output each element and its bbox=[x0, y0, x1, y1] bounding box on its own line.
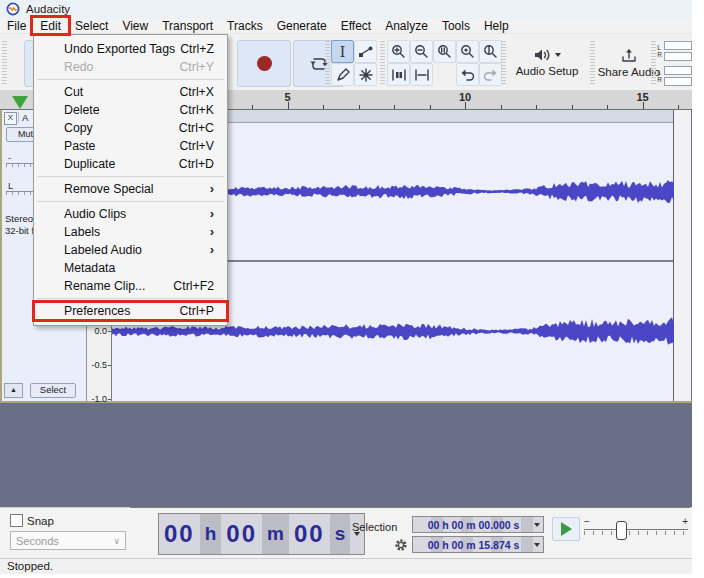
undo-button[interactable] bbox=[456, 63, 479, 86]
ruler-tick bbox=[678, 105, 679, 109]
menu-separator bbox=[37, 79, 224, 80]
snap-control[interactable]: Snap bbox=[10, 514, 54, 527]
menu-item-label: Undo Exported Tags bbox=[64, 42, 175, 56]
time-display-segment[interactable]: 00 bbox=[221, 514, 262, 554]
menu-item-label: Cut bbox=[64, 85, 83, 99]
toolbar-grip[interactable] bbox=[2, 41, 7, 84]
menubar-item-tracks[interactable]: Tracks bbox=[220, 18, 270, 33]
undo-icon bbox=[460, 68, 475, 81]
record-button[interactable] bbox=[237, 40, 291, 87]
multi-tool-button[interactable] bbox=[354, 63, 377, 86]
ruler-tick bbox=[501, 105, 502, 109]
menu-item-paste[interactable]: PasteCtrl+V bbox=[34, 137, 227, 155]
track-name[interactable]: A bbox=[18, 112, 28, 123]
menubar-item-edit[interactable]: Edit bbox=[33, 18, 68, 33]
menubar-item-help[interactable]: Help bbox=[477, 18, 516, 33]
menu-item-cut[interactable]: CutCtrl+X bbox=[34, 83, 227, 101]
recording-meter[interactable]: LR bbox=[655, 39, 692, 62]
vertical-scale-tick bbox=[108, 365, 111, 366]
time-display-segment[interactable]: m bbox=[262, 514, 289, 554]
menubar-item-analyze[interactable]: Analyze bbox=[378, 18, 435, 33]
menu-item-label: Preferences bbox=[64, 304, 130, 318]
envelope-tool-button[interactable] bbox=[354, 40, 377, 63]
zoom-fit-button[interactable] bbox=[456, 40, 479, 63]
toolbar-grip[interactable] bbox=[325, 41, 330, 84]
snap-mode-select[interactable]: Seconds ∨ bbox=[10, 531, 126, 550]
slider-handle[interactable] bbox=[616, 521, 627, 540]
menu-item-undo-exported-tags[interactable]: Undo Exported TagsCtrl+Z bbox=[34, 40, 227, 58]
zoom-selection-button[interactable] bbox=[433, 40, 456, 63]
menu-item-metadata[interactable]: Metadata bbox=[34, 259, 227, 277]
draw-tool-button[interactable] bbox=[331, 63, 354, 86]
snap-checkbox[interactable] bbox=[10, 514, 23, 527]
menu-item-remove-special[interactable]: Remove Special› bbox=[34, 180, 227, 198]
menubar-item-view[interactable]: View bbox=[115, 18, 155, 33]
menubar-item-tools[interactable]: Tools bbox=[435, 18, 477, 33]
snap-label: Snap bbox=[27, 515, 54, 527]
playhead-triangle-icon[interactable] bbox=[12, 96, 28, 109]
trim-audio-button[interactable] bbox=[387, 63, 410, 86]
menu-item-delete[interactable]: DeleteCtrl+K bbox=[34, 101, 227, 119]
window-title: Audacity bbox=[26, 3, 70, 15]
menu-item-label: Paste bbox=[64, 139, 95, 153]
track-close-button[interactable]: X bbox=[4, 112, 17, 125]
zoom-out-button[interactable] bbox=[410, 40, 433, 63]
meter-toolbars: LR LR bbox=[655, 38, 692, 87]
menu-item-label: Delete bbox=[64, 103, 100, 117]
chevron-down-icon: ∨ bbox=[113, 536, 125, 546]
zoom-in-button[interactable] bbox=[387, 40, 410, 63]
menu-item-audio-clips[interactable]: Audio Clips› bbox=[34, 205, 227, 223]
toolbar-grip[interactable] bbox=[380, 41, 385, 84]
vertical-scale-tick bbox=[108, 399, 111, 400]
selection-end-field[interactable]: 00 h 00 m 15.874 s bbox=[412, 536, 544, 553]
meter-right-label: R bbox=[657, 51, 662, 58]
menubar-item-generate[interactable]: Generate bbox=[270, 18, 334, 33]
silence-audio-button[interactable] bbox=[410, 63, 433, 86]
ruler-tick bbox=[536, 105, 537, 109]
redo-button[interactable] bbox=[479, 63, 502, 86]
menu-item-preferences[interactable]: PreferencesCtrl+P bbox=[34, 302, 227, 320]
menubar-item-file[interactable]: File bbox=[0, 18, 33, 33]
menu-item-labels[interactable]: Labels› bbox=[34, 223, 227, 241]
screenshot-stage: Audacity FileEditSelectViewTransportTrac… bbox=[0, 0, 704, 578]
snap-mode-value: Seconds bbox=[11, 535, 113, 547]
time-display-menu[interactable] bbox=[350, 514, 364, 554]
menu-item-labeled-audio[interactable]: Labeled Audio› bbox=[34, 241, 227, 259]
menu-item-copy[interactable]: CopyCtrl+C bbox=[34, 119, 227, 137]
speed-plus-label: + bbox=[682, 516, 688, 527]
selection-tool-button[interactable]: I bbox=[331, 40, 354, 63]
speaker-icon bbox=[534, 48, 551, 62]
play-at-speed-button[interactable] bbox=[552, 517, 580, 541]
time-display-segment[interactable]: h bbox=[200, 514, 222, 554]
zoom-toggle-button[interactable] bbox=[479, 40, 502, 63]
menubar-item-select[interactable]: Select bbox=[68, 18, 115, 33]
zoom-out-icon bbox=[414, 44, 429, 59]
menu-item-rename-clip[interactable]: Rename Clip...Ctrl+F2 bbox=[34, 277, 227, 295]
submenu-arrow-icon: › bbox=[210, 227, 214, 237]
menu-item-redo[interactable]: RedoCtrl+Y bbox=[34, 58, 227, 76]
vertical-scale-label: 0.0 bbox=[94, 326, 107, 336]
audio-position-display[interactable]: 00h00m00s bbox=[158, 513, 365, 555]
zoom-toggle-icon bbox=[483, 44, 498, 59]
playback-speed-slider[interactable]: − + bbox=[584, 516, 688, 542]
menubar-item-transport[interactable]: Transport bbox=[155, 18, 220, 33]
track-select-button[interactable]: Select bbox=[30, 383, 76, 398]
edit-menu-dropdown: Undo Exported TagsCtrl+ZRedoCtrl+YCutCtr… bbox=[33, 34, 228, 326]
selection-start-field[interactable]: 00 h 00 m 00.000 s bbox=[412, 516, 544, 533]
time-display-segment[interactable]: 00 bbox=[289, 514, 330, 554]
menu-item-shortcut: Ctrl+X bbox=[179, 85, 214, 99]
envelope-tool-icon bbox=[358, 45, 373, 58]
time-display-segment[interactable]: 00 bbox=[159, 514, 200, 554]
menubar-item-effect[interactable]: Effect bbox=[334, 18, 378, 33]
slider-ticks bbox=[584, 531, 688, 535]
zoom-selection-icon bbox=[437, 44, 452, 59]
playback-meter[interactable]: LR bbox=[655, 64, 692, 87]
audio-setup-button[interactable]: Audio Setup bbox=[506, 39, 588, 86]
ruler-tick bbox=[643, 102, 644, 109]
gear-icon[interactable] bbox=[394, 538, 408, 552]
ruler-tick bbox=[323, 105, 324, 109]
time-display-segment[interactable]: s bbox=[330, 514, 351, 554]
meter-bar bbox=[664, 41, 692, 50]
collapse-track-button[interactable]: ▲ bbox=[4, 383, 23, 398]
menu-item-duplicate[interactable]: DuplicateCtrl+D bbox=[34, 155, 227, 173]
